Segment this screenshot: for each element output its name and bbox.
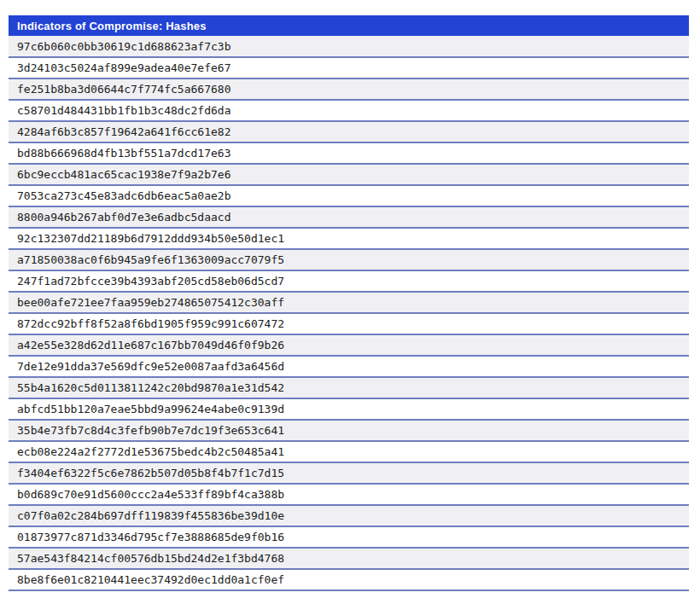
table-header-row: Indicators of Compromise: Hashes (9, 15, 689, 37)
table-row: a42e55e328d62d11e687c167bb7049d46f0f9b26 (9, 334, 689, 356)
hash-value: bd88b666968d4fb13bf551a7dcd17e63 (9, 142, 689, 164)
table-row: bee00afe721ee7faa959eb274865075412c30aff (9, 292, 689, 313)
hash-value: c07f0a02c284b697dff119839f455836be39d10e (9, 505, 689, 526)
table-row: 35b4e73fb7c8d4c3fefb90b7e7dc19f3e653c641 (9, 420, 689, 441)
hash-value: 57ae543f84214cf00576db15bd24d2e1f3bd4768 (9, 548, 689, 569)
hash-value: c58701d484431bb1fb1b3c48dc2fd6da (9, 100, 689, 121)
hash-value: 01873977c871d3346d795cf7e3888685de9f0b16 (9, 526, 689, 548)
table-row: fe251b8ba3d06644c7f774fc5a667680 (9, 78, 689, 100)
table-row: 3d24103c5024af899e9adea40e7efe67 (9, 57, 689, 78)
table-row: 7053ca273c45e83adc6db6eac5a0ae2b (9, 185, 689, 206)
hash-value: 92c132307dd21189b6d7912ddd934b50e50d1ec1 (9, 228, 689, 249)
table-row: 8800a946b267abf0d7e3e6adbc5daacd (9, 206, 689, 228)
ioc-table: Indicators of Compromise: Hashes 97c6b06… (9, 15, 689, 591)
table-row: a71850038ac0f6b945a9fe6f1363009acc7079f5 (9, 249, 689, 270)
hash-value: a42e55e328d62d11e687c167bb7049d46f0f9b26 (9, 334, 689, 356)
hash-value: 872dcc92bff8f52a8f6bd1905f959c991c607472 (9, 313, 689, 334)
table-row: bd88b666968d4fb13bf551a7dcd17e63 (9, 142, 689, 164)
table-row: 6bc9eccb481ac65cac1938e7f9a2b7e6 (9, 164, 689, 185)
table-row: 01873977c871d3346d795cf7e3888685de9f0b16 (9, 526, 689, 548)
table-row: 97c6b060c0bb30619c1d688623af7c3b (9, 37, 689, 58)
hash-value: 8be8f6e01c8210441eec37492d0ec1dd0a1cf0ef (9, 569, 689, 590)
hash-value: 8800a946b267abf0d7e3e6adbc5daacd (9, 206, 689, 228)
hash-value: 35b4e73fb7c8d4c3fefb90b7e7dc19f3e653c641 (9, 420, 689, 441)
table-row: 247f1ad72bfcce39b4393abf205cd58eb06d5cd7 (9, 270, 689, 292)
table-row: f3404ef6322f5c6e7862b507d05b8f4b7f1c7d15 (9, 462, 689, 484)
table-row: c58701d484431bb1fb1b3c48dc2fd6da (9, 100, 689, 121)
table-row: 4284af6b3c857f19642a641f6cc61e82 (9, 121, 689, 142)
hash-value: 4284af6b3c857f19642a641f6cc61e82 (9, 121, 689, 142)
table-row: b0d689c70e91d5600ccc2a4e533ff89bf4ca388b (9, 484, 689, 505)
hash-value: 7053ca273c45e83adc6db6eac5a0ae2b (9, 185, 689, 206)
table-row: 92c132307dd21189b6d7912ddd934b50e50d1ec1 (9, 228, 689, 249)
table-row: c07f0a02c284b697dff119839f455836be39d10e (9, 505, 689, 526)
hash-list: 97c6b060c0bb30619c1d688623af7c3b 3d24103… (9, 37, 689, 591)
table-row: abfcd51bb120a7eae5bbd9a99624e4abe0c9139d (9, 398, 689, 420)
hash-value: 6bc9eccb481ac65cac1938e7f9a2b7e6 (9, 164, 689, 185)
hash-value: 97c6b060c0bb30619c1d688623af7c3b (9, 37, 689, 58)
table-row: 872dcc92bff8f52a8f6bd1905f959c991c607472 (9, 313, 689, 334)
table-row: 8be8f6e01c8210441eec37492d0ec1dd0a1cf0ef (9, 569, 689, 590)
hash-value: b0d689c70e91d5600ccc2a4e533ff89bf4ca388b (9, 484, 689, 505)
hash-value: 55b4a1620c5d0113811242c20bd9870a1e31d542 (9, 377, 689, 398)
hash-value: fe251b8ba3d06644c7f774fc5a667680 (9, 78, 689, 100)
hash-value: a71850038ac0f6b945a9fe6f1363009acc7079f5 (9, 249, 689, 270)
table-row: 7de12e91dda37e569dfc9e52e0087aafd3a6456d (9, 356, 689, 377)
hash-value: 247f1ad72bfcce39b4393abf205cd58eb06d5cd7 (9, 270, 689, 292)
table-title: Indicators of Compromise: Hashes (9, 15, 689, 37)
table-row: ecb08e224a2f2772d1e53675bedc4b2c50485a41 (9, 441, 689, 462)
hash-value: f3404ef6322f5c6e7862b507d05b8f4b7f1c7d15 (9, 462, 689, 484)
hash-value: 3d24103c5024af899e9adea40e7efe67 (9, 57, 689, 78)
hash-value: 7de12e91dda37e569dfc9e52e0087aafd3a6456d (9, 356, 689, 377)
table-row: 57ae543f84214cf00576db15bd24d2e1f3bd4768 (9, 548, 689, 569)
hash-value: abfcd51bb120a7eae5bbd9a99624e4abe0c9139d (9, 398, 689, 420)
table-row: 55b4a1620c5d0113811242c20bd9870a1e31d542 (9, 377, 689, 398)
hash-value: ecb08e224a2f2772d1e53675bedc4b2c50485a41 (9, 441, 689, 462)
hash-value: bee00afe721ee7faa959eb274865075412c30aff (9, 292, 689, 313)
